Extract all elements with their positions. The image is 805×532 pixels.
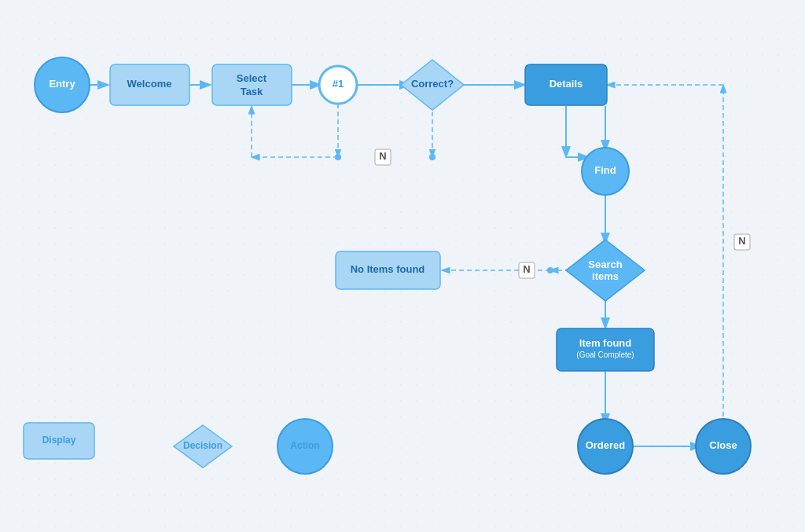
selecttask-label2: Task (241, 86, 263, 97)
itemfound-node (557, 328, 654, 371)
legend-decision-label: Decision (183, 440, 222, 451)
noitemsfound-label: No Items found (351, 263, 425, 275)
dot-correct (429, 154, 436, 160)
find-label: Find (594, 164, 616, 176)
itemfound-sublabel: (Goal Complete) (576, 350, 634, 359)
diagram-container: N N N Entry Welcome Select Task (0, 0, 805, 532)
close-label: Close (709, 439, 737, 451)
selecttask-node (212, 64, 292, 105)
n-label-right: N (738, 235, 745, 247)
ordered-label: Ordered (586, 439, 626, 451)
correct-label: Correct? (411, 78, 454, 90)
dot-loop (335, 154, 341, 160)
welcome-label: Welcome (127, 78, 172, 90)
searchitems-label: Search (588, 259, 622, 270)
n-label-loop: N (379, 150, 386, 162)
itemfound-label: Item found (579, 337, 631, 349)
searchitems-label2: items (592, 270, 619, 282)
entry-label: Entry (49, 78, 75, 90)
n-label-search: N (523, 263, 530, 275)
legend-action-label: Action (290, 440, 319, 451)
num1-label: #1 (333, 78, 344, 90)
details-label: Details (550, 78, 583, 90)
legend-display-label: Display (42, 435, 76, 446)
dot-search (547, 267, 553, 273)
diagram-svg: N N N Entry Welcome Select Task (0, 0, 805, 532)
selecttask-label: Select (237, 72, 267, 84)
